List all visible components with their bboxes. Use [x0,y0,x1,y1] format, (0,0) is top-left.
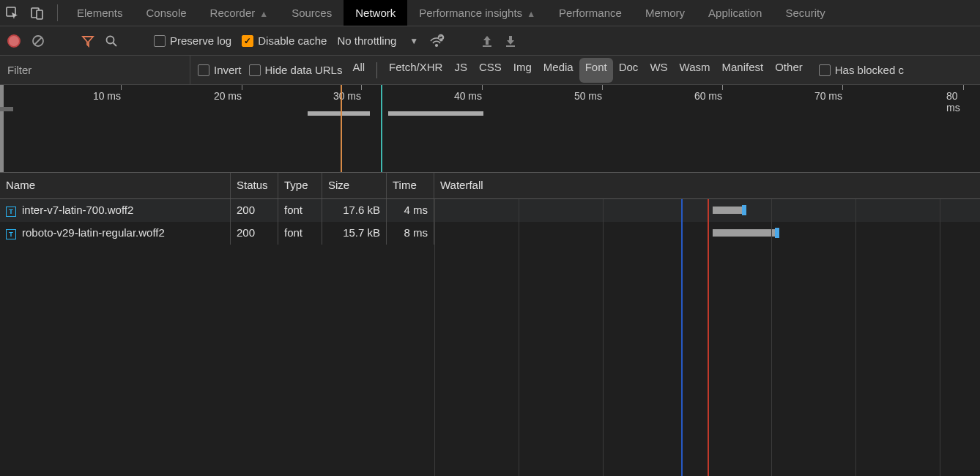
checkbox-icon [198,64,209,76]
cell-status: 200 [231,222,278,245]
tab-memory[interactable]: Memory [634,0,697,26]
svg-rect-10 [483,45,491,47]
svg-point-9 [440,40,442,41]
search-icon[interactable] [105,34,118,48]
invert-checkbox[interactable]: Invert [198,64,242,76]
download-har-icon[interactable] [504,34,517,48]
tab-performance[interactable]: Performance [547,0,634,26]
column-header-name[interactable]: Name [0,173,231,198]
tab-sources[interactable]: Sources [280,0,344,26]
preserve-log-label: Preserve log [170,34,231,47]
overview-label: 10 ms [93,90,121,102]
cell-waterfall [434,199,980,222]
tab-network[interactable]: Network [344,0,407,26]
column-header-size[interactable]: Size [322,173,387,198]
tab-label: Recorder [210,7,256,19]
cell-name: Tinter-v7-latin-700.woff2 [0,199,231,222]
network-table-header: Name Status Type Size Time Waterfall [0,173,980,199]
network-conditions-icon[interactable] [428,33,445,49]
type-filter-fetchxhr[interactable]: Fetch/XHR [383,58,448,83]
pin-icon: ▲ [259,9,268,19]
svg-line-6 [114,42,117,46]
separator [376,62,377,78]
overview-label: 60 ms [694,90,722,102]
hide-data-urls-label: Hide data URLs [265,64,343,76]
tab-elements[interactable]: Elements [65,0,135,26]
cell-status: 200 [231,199,278,222]
overview-activity-bar [0,107,13,111]
type-filter-ws[interactable]: WS [644,58,673,83]
preserve-log-checkbox[interactable]: Preserve log [154,34,231,47]
cell-time: 4 ms [387,199,434,222]
type-filter-js[interactable]: JS [448,58,473,83]
overview-label: 20 ms [214,90,242,102]
chevron-down-icon: ▼ [409,36,418,46]
checkbox-checked-icon: ✓ [242,35,253,47]
throttling-dropdown[interactable]: No throttling ▼ [337,34,418,47]
type-filter-other[interactable]: Other [769,58,809,83]
disable-cache-checkbox[interactable]: ✓ Disable cache [242,34,327,47]
overview-activity-bar [308,111,370,116]
svg-point-5 [107,36,114,43]
column-header-type[interactable]: Type [278,173,322,198]
filter-icon[interactable] [81,34,94,48]
cell-size: 15.7 kB [322,222,387,245]
network-overview-timeline[interactable]: 10 ms 20 ms 30 ms 40 ms 50 ms 60 ms 70 m… [0,85,980,173]
tab-label: Performance insights [419,7,522,19]
tab-console[interactable]: Console [135,0,198,26]
device-toolbar-icon[interactable] [25,0,50,26]
tab-recorder[interactable]: Recorder▲ [198,0,281,26]
checkbox-icon [154,35,166,47]
network-request-row[interactable]: Troboto-v29-latin-regular.woff2 200 font… [0,222,980,245]
overview-label: 30 ms [333,90,361,102]
svg-point-7 [436,44,438,46]
cell-size: 17.6 kB [322,199,387,222]
overview-time-labels: 10 ms 20 ms 30 ms 40 ms 50 ms 60 ms 70 m… [0,90,980,105]
has-blocked-cookies-checkbox[interactable]: Has blocked c [819,64,904,76]
separator [57,4,58,21]
inspect-element-icon[interactable] [0,0,25,26]
pin-icon: ▲ [527,9,535,19]
font-file-icon: T [6,207,16,217]
hide-data-urls-checkbox[interactable]: Hide data URLs [249,64,343,76]
waterfall-bar [713,229,775,237]
waterfall-bar [713,207,742,214]
type-filter-manifest[interactable]: Manifest [716,58,770,83]
network-toolbar: Preserve log ✓ Disable cache No throttli… [0,26,980,56]
overview-label: 50 ms [574,90,602,102]
type-filter-css[interactable]: CSS [473,58,508,83]
upload-har-icon[interactable] [480,34,494,48]
clear-button[interactable] [31,34,45,48]
column-header-status[interactable]: Status [231,173,278,198]
cell-name: Troboto-v29-latin-regular.woff2 [0,222,231,245]
tab-performance-insights[interactable]: Performance insights▲ [407,0,547,26]
svg-rect-11 [506,45,515,47]
network-filterbar: Invert Hide data URLs All Fetch/XHR JS C… [0,56,980,85]
overview-label: 70 ms [814,90,842,102]
filter-input[interactable] [0,56,190,84]
column-header-waterfall[interactable]: Waterfall [434,173,980,198]
type-filter-doc[interactable]: Doc [613,58,645,83]
type-filter-media[interactable]: Media [538,58,579,83]
column-header-time[interactable]: Time [387,173,434,198]
record-button[interactable] [7,34,21,48]
cell-waterfall [434,222,980,245]
disable-cache-label: Disable cache [258,34,327,47]
checkbox-icon [819,64,831,76]
file-name: roboto-v29-latin-regular.woff2 [22,226,165,239]
type-filter-wasm[interactable]: Wasm [674,58,716,83]
has-blocked-label: Has blocked c [835,64,904,76]
font-file-icon: T [6,229,16,239]
type-filter-img[interactable]: Img [508,58,538,83]
type-filter-all[interactable]: All [346,58,371,83]
type-filter-font[interactable]: Font [579,58,613,83]
file-name: inter-v7-latin-700.woff2 [22,204,133,216]
overview-activity-bar [388,111,483,116]
svg-rect-2 [37,10,42,19]
tab-security[interactable]: Security [773,0,836,26]
network-request-row[interactable]: Tinter-v7-latin-700.woff2 200 font 17.6 … [0,199,980,222]
devtools-tabstrip: Elements Console Recorder▲ Sources Netwo… [0,0,980,26]
tab-application[interactable]: Application [697,0,773,26]
overview-load-marker [381,85,382,172]
svg-line-4 [34,37,42,45]
